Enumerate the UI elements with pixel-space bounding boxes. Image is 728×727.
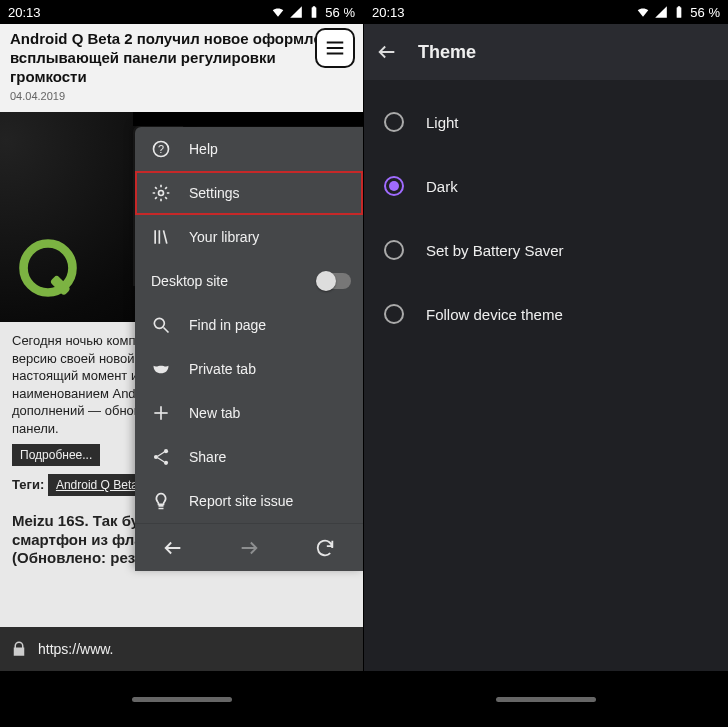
read-more-link[interactable]: Подробнее... [12, 444, 100, 466]
radio-icon [384, 240, 404, 260]
option-label: Set by Battery Saver [426, 242, 564, 259]
tags-label: Теги: [12, 476, 44, 494]
status-battery-pct: 56 % [325, 5, 355, 20]
status-right: 56 % [271, 5, 355, 20]
menu-library[interactable]: Your library [135, 215, 363, 259]
radio-icon [384, 304, 404, 324]
svg-point-21 [154, 455, 158, 459]
menu-desktop-label: Desktop site [151, 273, 228, 289]
reload-icon[interactable] [314, 537, 336, 559]
gear-icon [151, 183, 171, 203]
svg-line-12 [165, 187, 167, 189]
svg-line-24 [158, 458, 165, 462]
menu-share[interactable]: Share [135, 435, 363, 479]
menu-help[interactable]: ? Help [135, 127, 363, 171]
hamburger-icon [324, 37, 346, 59]
theme-title: Theme [418, 42, 476, 63]
menu-settings-label: Settings [189, 185, 240, 201]
menu-settings[interactable]: Settings [135, 171, 363, 215]
home-pill[interactable] [496, 697, 596, 702]
option-label: Follow device theme [426, 306, 563, 323]
svg-text:?: ? [158, 143, 164, 155]
theme-options: Light Dark Set by Battery Saver Follow d… [364, 80, 728, 356]
svg-line-15 [164, 230, 167, 243]
article-title: Android Q Beta 2 получил новое оформлени… [10, 30, 353, 86]
overflow-menu: ? Help Settings Your library Desktop sit… [135, 127, 363, 571]
menu-nav-row [135, 523, 363, 571]
status-time: 20:13 [8, 5, 41, 20]
menu-private[interactable]: Private tab [135, 347, 363, 391]
bulb-icon [151, 491, 171, 511]
back-icon[interactable] [162, 537, 184, 559]
theme-option-device[interactable]: Follow device theme [364, 282, 728, 346]
svg-point-20 [164, 449, 168, 453]
menu-find[interactable]: Find in page [135, 303, 363, 347]
svg-point-16 [154, 318, 164, 328]
svg-point-22 [164, 461, 168, 465]
page-content: Android Q Beta 2 получил новое оформлени… [0, 24, 363, 671]
desktop-site-toggle[interactable] [317, 273, 351, 289]
menu-newtab-label: New tab [189, 405, 240, 421]
menu-desktop-site[interactable]: Desktop site [135, 259, 363, 303]
signal-icon [289, 5, 303, 19]
svg-line-11 [155, 197, 157, 199]
menu-library-label: Your library [189, 229, 259, 245]
system-nav [364, 671, 728, 727]
menu-find-label: Find in page [189, 317, 266, 333]
radio-icon [384, 112, 404, 132]
article-header: Android Q Beta 2 получил новое оформлени… [0, 24, 363, 112]
option-label: Light [426, 114, 459, 131]
status-bar: 20:13 56 % [364, 0, 728, 24]
phone-right: 20:13 56 % Theme Light Dark Set by Batte… [364, 0, 728, 727]
status-right: 56 % [636, 5, 720, 20]
status-bar: 20:13 56 % [0, 0, 363, 24]
search-icon [151, 315, 171, 335]
theme-header: Theme [364, 24, 728, 80]
home-pill[interactable] [132, 697, 232, 702]
back-arrow-icon[interactable] [376, 41, 398, 63]
library-icon [151, 227, 171, 247]
menu-report-label: Report site issue [189, 493, 293, 509]
signal-icon [654, 5, 668, 19]
tag-link[interactable]: Android Q Beta [48, 474, 146, 496]
svg-line-9 [155, 187, 157, 189]
menu-report[interactable]: Report site issue [135, 479, 363, 523]
option-label: Dark [426, 178, 458, 195]
battery-icon [307, 5, 321, 19]
status-battery-pct: 56 % [690, 5, 720, 20]
share-icon [151, 447, 171, 467]
forward-icon[interactable] [238, 537, 260, 559]
theme-option-battery[interactable]: Set by Battery Saver [364, 218, 728, 282]
theme-option-light[interactable]: Light [364, 90, 728, 154]
theme-option-dark[interactable]: Dark [364, 154, 728, 218]
wifi-icon [636, 5, 650, 19]
battery-icon [672, 5, 686, 19]
radio-selected-icon [384, 176, 404, 196]
svg-line-23 [158, 452, 165, 456]
mask-icon [151, 359, 171, 379]
theme-screen: Theme Light Dark Set by Battery Saver Fo… [364, 24, 728, 671]
svg-line-17 [164, 328, 169, 333]
status-time: 20:13 [372, 5, 405, 20]
help-icon: ? [151, 139, 171, 159]
system-nav [0, 671, 363, 727]
url-text: https://www. [38, 641, 113, 657]
menu-new-tab[interactable]: New tab [135, 391, 363, 435]
lock-icon [10, 640, 28, 658]
phone-left: 20:13 56 % Android Q Beta 2 получил ново… [0, 0, 364, 727]
menu-help-label: Help [189, 141, 218, 157]
hamburger-button[interactable] [315, 28, 355, 68]
svg-line-10 [165, 197, 167, 199]
wifi-icon [271, 5, 285, 19]
article-date: 04.04.2019 [10, 90, 353, 102]
menu-share-label: Share [189, 449, 226, 465]
menu-private-label: Private tab [189, 361, 256, 377]
url-bar[interactable]: https://www. [0, 627, 363, 671]
plus-icon [151, 403, 171, 423]
android-q-logo-icon [12, 232, 84, 304]
svg-point-4 [159, 191, 164, 196]
